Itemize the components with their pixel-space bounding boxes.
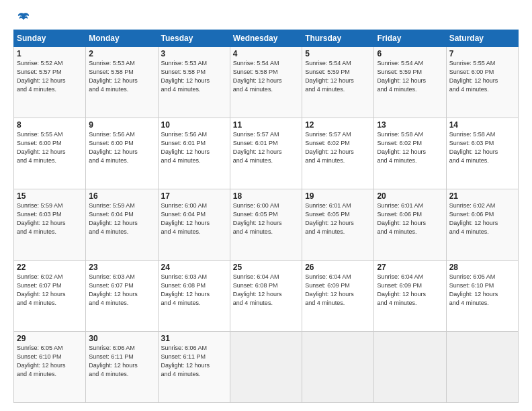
day-info: Sunrise: 5:56 AM Sunset: 6:01 PM Dayligh… <box>161 130 227 165</box>
day-number: 11 <box>233 120 299 130</box>
calendar-header-thursday: Thursday <box>302 30 374 47</box>
calendar-cell: 29Sunrise: 6:05 AM Sunset: 6:10 PM Dayli… <box>14 332 86 403</box>
day-info: Sunrise: 5:57 AM Sunset: 6:02 PM Dayligh… <box>305 130 371 165</box>
page: SundayMondayTuesdayWednesdayThursdayFrid… <box>0 0 532 411</box>
calendar-cell: 18Sunrise: 6:00 AM Sunset: 6:05 PM Dayli… <box>230 189 302 261</box>
day-info: Sunrise: 6:00 AM Sunset: 6:04 PM Dayligh… <box>161 201 227 236</box>
day-info: Sunrise: 6:01 AM Sunset: 6:06 PM Dayligh… <box>377 201 443 236</box>
day-info: Sunrise: 5:53 AM Sunset: 5:58 PM Dayligh… <box>161 59 227 94</box>
calendar-cell: 21Sunrise: 6:02 AM Sunset: 6:06 PM Dayli… <box>446 189 518 261</box>
calendar-cell <box>446 332 518 403</box>
calendar-header-saturday: Saturday <box>446 30 518 47</box>
day-info: Sunrise: 6:02 AM Sunset: 6:06 PM Dayligh… <box>449 201 515 236</box>
day-info: Sunrise: 5:54 AM Sunset: 5:59 PM Dayligh… <box>377 59 443 94</box>
day-info: Sunrise: 5:57 AM Sunset: 6:01 PM Dayligh… <box>233 130 299 165</box>
calendar-cell: 15Sunrise: 5:59 AM Sunset: 6:03 PM Dayli… <box>14 189 86 261</box>
day-number: 22 <box>17 263 83 272</box>
day-info: Sunrise: 5:58 AM Sunset: 6:02 PM Dayligh… <box>377 130 443 165</box>
day-number: 9 <box>89 120 154 130</box>
day-info: Sunrise: 6:01 AM Sunset: 6:05 PM Dayligh… <box>305 201 371 236</box>
calendar-cell: 10Sunrise: 5:56 AM Sunset: 6:01 PM Dayli… <box>158 118 230 189</box>
day-number: 13 <box>377 120 443 130</box>
calendar-header-row: SundayMondayTuesdayWednesdayThursdayFrid… <box>14 30 519 47</box>
day-number: 7 <box>449 49 515 58</box>
day-number: 19 <box>305 191 371 201</box>
calendar-week-row: 1Sunrise: 5:52 AM Sunset: 5:57 PM Daylig… <box>14 47 519 118</box>
calendar-cell: 22Sunrise: 6:02 AM Sunset: 6:07 PM Dayli… <box>14 261 86 332</box>
day-info: Sunrise: 6:06 AM Sunset: 6:11 PM Dayligh… <box>89 344 154 379</box>
day-info: Sunrise: 6:02 AM Sunset: 6:07 PM Dayligh… <box>17 273 83 308</box>
day-number: 31 <box>161 334 227 343</box>
calendar-cell: 16Sunrise: 5:59 AM Sunset: 6:04 PM Dayli… <box>86 189 158 261</box>
calendar-cell <box>302 332 374 403</box>
day-info: Sunrise: 5:53 AM Sunset: 5:58 PM Dayligh… <box>89 59 154 94</box>
day-info: Sunrise: 5:59 AM Sunset: 6:04 PM Dayligh… <box>89 201 154 236</box>
day-number: 17 <box>161 191 227 201</box>
calendar-week-row: 29Sunrise: 6:05 AM Sunset: 6:10 PM Dayli… <box>14 332 519 403</box>
day-info: Sunrise: 5:52 AM Sunset: 5:57 PM Dayligh… <box>17 59 83 94</box>
calendar-cell: 25Sunrise: 6:04 AM Sunset: 6:08 PM Dayli… <box>230 261 302 332</box>
day-number: 2 <box>89 49 154 58</box>
logo-bird-icon <box>16 11 31 26</box>
day-info: Sunrise: 6:04 AM Sunset: 6:09 PM Dayligh… <box>377 273 443 308</box>
day-number: 10 <box>161 120 227 130</box>
calendar-header-friday: Friday <box>374 30 446 47</box>
day-info: Sunrise: 6:05 AM Sunset: 6:10 PM Dayligh… <box>17 344 83 379</box>
day-number: 4 <box>233 49 299 58</box>
calendar-cell: 14Sunrise: 5:58 AM Sunset: 6:03 PM Dayli… <box>446 118 518 189</box>
day-number: 15 <box>17 191 83 201</box>
calendar-cell <box>374 332 446 403</box>
calendar-header-monday: Monday <box>86 30 158 47</box>
day-info: Sunrise: 5:56 AM Sunset: 6:00 PM Dayligh… <box>89 130 154 165</box>
day-number: 30 <box>89 334 154 343</box>
calendar-header-tuesday: Tuesday <box>158 30 230 47</box>
day-number: 12 <box>305 120 371 130</box>
day-number: 24 <box>161 263 227 272</box>
day-info: Sunrise: 6:04 AM Sunset: 6:09 PM Dayligh… <box>305 273 371 308</box>
day-info: Sunrise: 6:03 AM Sunset: 6:07 PM Dayligh… <box>89 273 154 308</box>
day-info: Sunrise: 6:05 AM Sunset: 6:10 PM Dayligh… <box>449 273 515 308</box>
calendar-cell: 1Sunrise: 5:52 AM Sunset: 5:57 PM Daylig… <box>14 47 86 118</box>
day-number: 3 <box>161 49 227 58</box>
calendar-cell: 9Sunrise: 5:56 AM Sunset: 6:00 PM Daylig… <box>86 118 158 189</box>
day-number: 1 <box>17 49 83 58</box>
day-info: Sunrise: 6:06 AM Sunset: 6:11 PM Dayligh… <box>161 344 227 379</box>
calendar-header-wednesday: Wednesday <box>230 30 302 47</box>
calendar-cell: 4Sunrise: 5:54 AM Sunset: 5:58 PM Daylig… <box>230 47 302 118</box>
calendar-cell: 17Sunrise: 6:00 AM Sunset: 6:04 PM Dayli… <box>158 189 230 261</box>
calendar-cell: 8Sunrise: 5:55 AM Sunset: 6:00 PM Daylig… <box>14 118 86 189</box>
day-number: 6 <box>377 49 443 58</box>
calendar-cell <box>230 332 302 403</box>
calendar-body: 1Sunrise: 5:52 AM Sunset: 5:57 PM Daylig… <box>14 47 519 403</box>
calendar-cell: 6Sunrise: 5:54 AM Sunset: 5:59 PM Daylig… <box>374 47 446 118</box>
day-number: 14 <box>449 120 515 130</box>
calendar-table: SundayMondayTuesdayWednesdayThursdayFrid… <box>13 30 519 403</box>
calendar-cell: 23Sunrise: 6:03 AM Sunset: 6:07 PM Dayli… <box>86 261 158 332</box>
day-info: Sunrise: 6:03 AM Sunset: 6:08 PM Dayligh… <box>161 273 227 308</box>
header <box>13 11 519 26</box>
logo <box>13 11 31 26</box>
calendar-cell: 19Sunrise: 6:01 AM Sunset: 6:05 PM Dayli… <box>302 189 374 261</box>
day-info: Sunrise: 5:55 AM Sunset: 6:00 PM Dayligh… <box>17 130 83 165</box>
calendar-header-sunday: Sunday <box>14 30 86 47</box>
day-number: 23 <box>89 263 154 272</box>
day-number: 16 <box>89 191 154 201</box>
calendar-week-row: 8Sunrise: 5:55 AM Sunset: 6:00 PM Daylig… <box>14 118 519 189</box>
day-info: Sunrise: 5:58 AM Sunset: 6:03 PM Dayligh… <box>449 130 515 165</box>
day-number: 29 <box>17 334 83 343</box>
day-number: 25 <box>233 263 299 272</box>
day-info: Sunrise: 5:54 AM Sunset: 5:59 PM Dayligh… <box>305 59 371 94</box>
day-number: 28 <box>449 263 515 272</box>
calendar-cell: 2Sunrise: 5:53 AM Sunset: 5:58 PM Daylig… <box>86 47 158 118</box>
calendar-cell: 31Sunrise: 6:06 AM Sunset: 6:11 PM Dayli… <box>158 332 230 403</box>
day-number: 26 <box>305 263 371 272</box>
day-number: 18 <box>233 191 299 201</box>
calendar-cell: 5Sunrise: 5:54 AM Sunset: 5:59 PM Daylig… <box>302 47 374 118</box>
day-number: 21 <box>449 191 515 201</box>
calendar-cell: 28Sunrise: 6:05 AM Sunset: 6:10 PM Dayli… <box>446 261 518 332</box>
calendar-cell: 27Sunrise: 6:04 AM Sunset: 6:09 PM Dayli… <box>374 261 446 332</box>
calendar-cell: 11Sunrise: 5:57 AM Sunset: 6:01 PM Dayli… <box>230 118 302 189</box>
calendar-cell: 7Sunrise: 5:55 AM Sunset: 6:00 PM Daylig… <box>446 47 518 118</box>
day-number: 8 <box>17 120 83 130</box>
calendar-cell: 24Sunrise: 6:03 AM Sunset: 6:08 PM Dayli… <box>158 261 230 332</box>
